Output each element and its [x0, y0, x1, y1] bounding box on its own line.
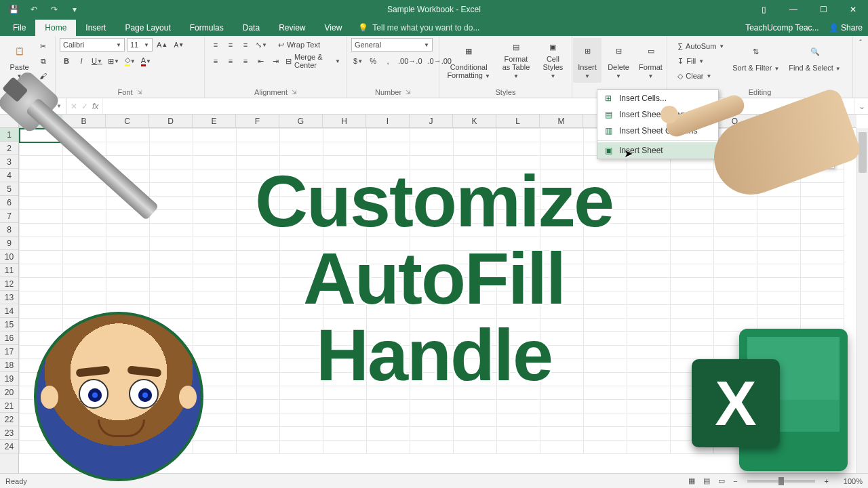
cell-A13[interactable]	[20, 291, 63, 305]
cell-G23[interactable]	[280, 427, 323, 441]
align-left-icon[interactable]: ≡	[209, 54, 222, 68]
cell-S13[interactable]	[801, 291, 844, 305]
cell-Q9[interactable]	[714, 237, 757, 251]
cell-J24[interactable]	[410, 441, 454, 454]
cell-R9[interactable]	[757, 237, 801, 251]
column-header-L[interactable]: L	[496, 115, 540, 127]
cell-P10[interactable]	[671, 251, 714, 264]
redo-icon[interactable]: ↷	[46, 2, 62, 17]
cell-D14[interactable]	[150, 305, 193, 319]
cell-A14[interactable]	[20, 305, 63, 319]
cell-P6[interactable]	[671, 197, 714, 210]
cell-O20[interactable]	[627, 386, 671, 400]
cell-N23[interactable]	[584, 427, 627, 441]
cell-I21[interactable]	[367, 400, 410, 413]
format-cells-button[interactable]: ▭ Format▼	[635, 38, 666, 83]
align-bottom-icon[interactable]: ≡	[239, 38, 252, 52]
cell-H23[interactable]	[323, 427, 367, 441]
cell-S7[interactable]	[801, 210, 844, 224]
cell-H21[interactable]	[323, 400, 367, 413]
row-header-11[interactable]: 11	[0, 264, 18, 277]
cell-L1[interactable]	[497, 129, 540, 142]
cell-S14[interactable]	[801, 305, 844, 319]
cell-R13[interactable]	[757, 291, 801, 305]
undo-icon[interactable]: ↶	[26, 2, 42, 17]
cell-O18[interactable]	[627, 359, 671, 373]
cell-E17[interactable]	[193, 346, 237, 359]
cell-I2[interactable]	[367, 142, 410, 156]
align-center-icon[interactable]: ≡	[224, 54, 237, 68]
cell-R14[interactable]	[757, 305, 801, 319]
cell-H2[interactable]	[323, 142, 367, 156]
orientation-icon[interactable]: ⤡▼	[254, 38, 269, 52]
column-header-G[interactable]: G	[279, 115, 323, 127]
row-header-10[interactable]: 10	[0, 250, 18, 264]
cell-R8[interactable]	[757, 224, 801, 237]
cell-Q11[interactable]	[714, 264, 757, 278]
cell-J22[interactable]	[410, 413, 454, 427]
cell-E15[interactable]	[193, 319, 237, 332]
column-header-F[interactable]: F	[236, 115, 279, 127]
cell-G1[interactable]	[280, 129, 323, 142]
alignment-launcher-icon[interactable]: ⇲	[292, 89, 297, 96]
collapse-ribbon-icon[interactable]: ˆ	[853, 36, 868, 98]
cell-O14[interactable]	[627, 305, 671, 319]
cell-R6[interactable]	[757, 197, 801, 210]
cell-K1[interactable]	[454, 129, 497, 142]
cell-O23[interactable]	[627, 427, 671, 441]
cell-P11[interactable]	[671, 264, 714, 278]
increase-indent-icon[interactable]: ⇥	[269, 54, 282, 68]
row-header-9[interactable]: 9	[0, 237, 18, 250]
cell-R11[interactable]	[757, 264, 801, 278]
tab-formulas[interactable]: Formulas	[180, 20, 233, 36]
row-header-19[interactable]: 19	[0, 372, 18, 386]
cell-H22[interactable]	[323, 413, 367, 427]
cell-F24[interactable]	[237, 441, 280, 454]
align-middle-icon[interactable]: ≡	[224, 38, 237, 52]
cell-styles-button[interactable]: ▣ Cell Styles ▼	[538, 38, 568, 83]
cell-O5[interactable]	[627, 183, 671, 197]
cell-P9[interactable]	[671, 237, 714, 251]
share-button[interactable]: 👤 Share	[829, 23, 863, 33]
cell-Q6[interactable]	[714, 197, 757, 210]
row-header-12[interactable]: 12	[0, 277, 18, 291]
cell-O10[interactable]	[627, 251, 671, 264]
zoom-slider[interactable]	[747, 480, 815, 483]
cell-O19[interactable]	[627, 373, 671, 386]
cell-P7[interactable]	[671, 210, 714, 224]
cell-E12[interactable]	[193, 278, 237, 291]
cell-M21[interactable]	[540, 400, 584, 413]
tab-data[interactable]: Data	[233, 20, 269, 36]
cell-E8[interactable]	[193, 224, 237, 237]
cell-S6[interactable]	[801, 197, 844, 210]
cell-M1[interactable]	[540, 129, 584, 142]
align-right-icon[interactable]: ≡	[239, 54, 252, 68]
row-header-15[interactable]: 15	[0, 318, 18, 331]
cell-Q7[interactable]	[714, 210, 757, 224]
maximize-icon[interactable]: ☐	[808, 0, 838, 19]
cell-J23[interactable]	[410, 427, 454, 441]
row-header-13[interactable]: 13	[0, 291, 18, 304]
cell-D13[interactable]	[150, 291, 193, 305]
cell-D10[interactable]	[150, 251, 193, 264]
cell-P5[interactable]	[671, 183, 714, 197]
cell-H1[interactable]	[323, 129, 367, 142]
row-header-16[interactable]: 16	[0, 331, 18, 345]
row-header-14[interactable]: 14	[0, 304, 18, 318]
cell-E9[interactable]	[193, 237, 237, 251]
increase-decimal-button[interactable]: .00→.0	[396, 54, 424, 68]
cell-O12[interactable]	[627, 278, 671, 291]
row-header-23[interactable]: 23	[0, 426, 18, 440]
zoom-in-button[interactable]: +	[821, 477, 833, 485]
increase-font-icon[interactable]: A▲	[155, 38, 170, 52]
cell-R12[interactable]	[757, 278, 801, 291]
cell-D12[interactable]	[150, 278, 193, 291]
close-icon[interactable]: ✕	[838, 0, 868, 19]
insert-cells-button[interactable]: ⊞ Insert▼	[573, 38, 601, 83]
cell-J1[interactable]	[410, 129, 454, 142]
column-header-H[interactable]: H	[323, 115, 366, 127]
cell-Q13[interactable]	[714, 291, 757, 305]
cell-E14[interactable]	[193, 305, 237, 319]
column-header-I[interactable]: I	[366, 115, 410, 127]
cell-S8[interactable]	[801, 224, 844, 237]
